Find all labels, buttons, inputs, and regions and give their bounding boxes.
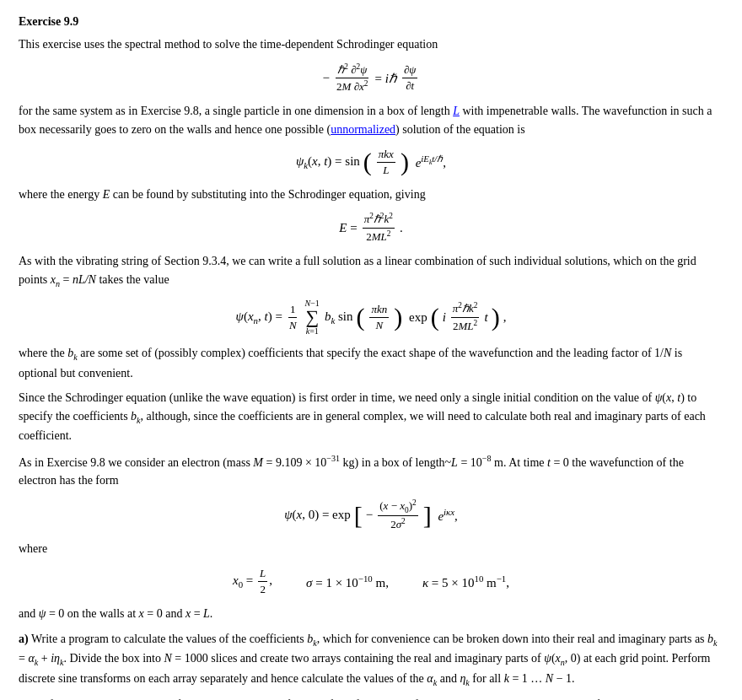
paragraph-bc: and ψ = 0 on the walls at x = 0 and x = … <box>19 605 723 623</box>
paragraph-7: As in Exercise 9.8 we consider an electr… <box>19 452 723 490</box>
psi-full-equation: ψ(xn, t) = 1 N N−1 ∑ k=1 bk sin ( πkn N … <box>19 299 723 336</box>
paragraph-where: where <box>19 540 723 558</box>
paragraph-3: where the energy E can be found by subst… <box>19 186 723 204</box>
schrodinger-equation: − ℏ2 ∂2ψ 2M ∂x2 = iℏ ∂ψ ∂t <box>19 62 723 94</box>
paragraph-5: where the bk are some set of (possibly c… <box>19 344 723 382</box>
psi-initial-equation: ψ(x, 0) = exp [ − (x − x0)2 2σ2 ] eiκx, <box>19 498 723 531</box>
paragraph-a: a) Write a program to calculate the valu… <box>19 630 723 689</box>
paragraph-6: Since the Schrodinger equation (unlike t… <box>19 389 723 445</box>
paragraph-4: As with the vibrating string of Section … <box>19 252 723 290</box>
energy-equation: E = π2ℏ2k2 2ML2 . <box>19 212 723 244</box>
paragraph-2: for the same system as in Exercise 9.8, … <box>19 102 723 138</box>
paragraph-dst: To perform the discrete sine transforms,… <box>19 696 723 700</box>
psi-k-equation: ψk(x, t) = sin ( πkx L ) eiEkt/ℏ, <box>19 148 723 177</box>
constants-equation: x0 = L 2 , σ = 1 × 10−10 m, κ = 5 × 1010… <box>19 567 723 596</box>
paragraph-1: This exercise uses the spectral method t… <box>19 35 723 54</box>
exercise-title: Exercise 9.9 <box>19 15 723 29</box>
